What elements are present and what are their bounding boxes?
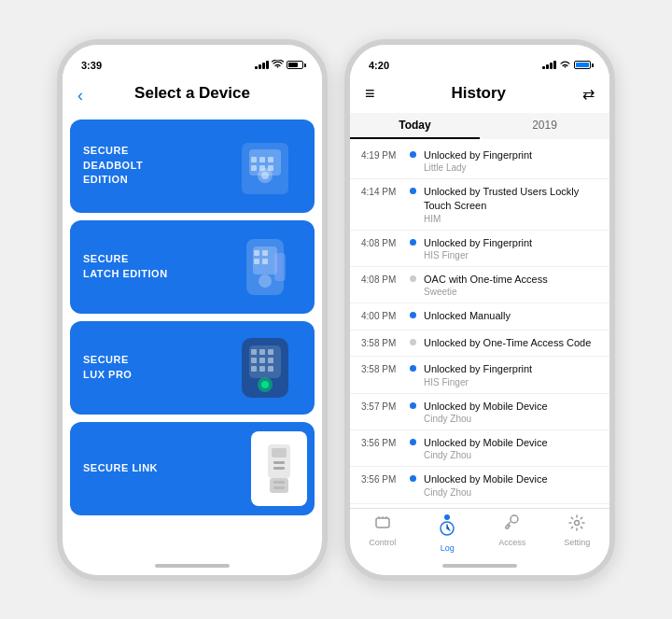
history-sub-1: HIM [424, 214, 598, 224]
history-time-0: 4:19 PM [361, 148, 402, 161]
device-label-latch-2: LATCH EDITION [83, 267, 189, 281]
svg-rect-25 [251, 358, 257, 363]
history-dot-9 [410, 475, 416, 482]
signal-2 [542, 61, 556, 69]
device-text-deadbolt: SECURE DEADBOLT EDITION [70, 131, 203, 200]
svg-rect-30 [268, 366, 273, 372]
svg-rect-16 [262, 259, 268, 264]
history-sub-9: Cindy Zhou [424, 487, 598, 498]
svg-rect-36 [273, 481, 285, 484]
status-bar-2: 4:20 [350, 45, 609, 78]
svg-rect-8 [259, 165, 265, 171]
tab-log[interactable]: Log [415, 514, 481, 553]
history-item: 3:58 PM Unlocked by Fingerprint HIS Fing… [350, 357, 609, 393]
tab-access[interactable]: Access [480, 514, 545, 553]
time-2: 4:20 [369, 60, 389, 71]
battery-1 [287, 61, 303, 69]
device-list: SECURE DEADBOLT EDITION [63, 112, 322, 556]
svg-rect-9 [268, 165, 273, 171]
history-action-4: Unlocked Manually [424, 309, 598, 323]
svg-rect-17 [274, 253, 286, 281]
device-item-lux[interactable]: SECURE LUX PRO [70, 321, 315, 415]
history-dot-6 [410, 365, 416, 372]
svg-rect-4 [251, 157, 257, 162]
lux-image [203, 321, 315, 415]
history-time-1: 4:14 PM [361, 185, 402, 197]
tab-2019[interactable]: 2019 [480, 113, 609, 139]
history-content-1: Unlocked by Trusted Users Lockly Touch S… [424, 185, 598, 224]
battery-fill-1 [288, 63, 298, 67]
device-item-deadbolt[interactable]: SECURE DEADBOLT EDITION [70, 120, 315, 213]
control-label: Control [369, 538, 396, 547]
signal-1 [255, 61, 269, 69]
history-action-7: Unlocked by Mobile Device [424, 400, 598, 414]
history-content-3: OAC with One-time Access Sweetie [424, 273, 598, 297]
svg-rect-26 [259, 358, 265, 363]
history-dot-1 [410, 188, 416, 194]
history-sub-7: Cindy Zhou [424, 414, 598, 424]
history-header: ≡ History ⇄ [350, 78, 609, 113]
history-action-5: Unlocked by One-Time Access Code [424, 336, 598, 350]
history-tabs: Today 2019 [350, 113, 609, 139]
back-button[interactable]: ‹ [77, 85, 83, 105]
device-select-header: ‹ Select a Device [63, 78, 322, 112]
link-svg [260, 441, 298, 497]
svg-point-40 [575, 520, 580, 525]
phones-container: 3:39 ‹ Select a Device [38, 21, 634, 599]
history-time-5: 3:58 PM [361, 336, 402, 348]
tab-today[interactable]: Today [350, 113, 480, 139]
log-label: Log [441, 543, 455, 553]
phone-1: 3:39 ‹ Select a Device [57, 39, 328, 581]
svg-rect-33 [273, 461, 285, 464]
latch-svg [223, 230, 307, 304]
svg-rect-34 [273, 467, 285, 470]
wifi-icon-2 [559, 60, 571, 71]
history-content-6: Unlocked by Fingerprint HIS Finger [424, 362, 598, 387]
status-bar-1: 3:39 [63, 45, 322, 78]
history-item: 3:56 PM Unlocked by Mobile Device Cindy … [350, 430, 609, 467]
svg-rect-37 [273, 486, 285, 489]
filter-icon[interactable]: ⇄ [582, 85, 595, 103]
history-item: 3:56 PM Unlocked by Mobile Device Cindy … [350, 467, 609, 503]
time-1: 3:39 [81, 60, 102, 71]
tab-setting[interactable]: Setting [545, 514, 610, 553]
bar2-2 [546, 64, 549, 69]
device-label-deadbolt-2: DEADBOLT EDITION [83, 159, 189, 188]
device-item-latch[interactable]: SECURE LATCH EDITION [70, 220, 315, 314]
history-item: 4:08 PM OAC with One-time Access Sweetie [350, 267, 609, 303]
setting-label: Setting [564, 538, 590, 547]
svg-rect-7 [251, 165, 257, 171]
svg-rect-28 [251, 366, 257, 372]
svg-rect-24 [268, 349, 273, 355]
history-item: 3:58 PM Unlocked by One-Time Access Code [350, 331, 609, 357]
bottom-bar-2 [350, 556, 609, 575]
device-item-link[interactable]: SECURE LINK [70, 422, 315, 515]
device-text-link: SECURE LINK [70, 448, 203, 488]
access-icon [504, 514, 521, 536]
device-text-latch: SECURE LATCH EDITION [70, 239, 203, 294]
history-item: 4:14 PM Unlocked by Trusted Users Lockly… [350, 179, 609, 231]
history-time-6: 3:58 PM [361, 362, 402, 374]
bar4-2 [553, 61, 556, 69]
svg-point-21 [261, 381, 269, 388]
setting-icon [568, 514, 585, 536]
history-dot-7 [410, 402, 416, 409]
history-time-7: 3:57 PM [361, 400, 402, 412]
deadbolt-svg [223, 129, 307, 204]
history-action-8: Unlocked by Mobile Device [424, 436, 598, 450]
svg-rect-38 [376, 518, 389, 528]
history-action-0: Unlocked by Fingerprint [424, 148, 598, 162]
history-content-8: Unlocked by Mobile Device Cindy Zhou [424, 436, 598, 460]
history-content-9: Unlocked by Mobile Device Cindy Zhou [424, 472, 598, 497]
home-indicator-1 [155, 564, 230, 568]
svg-rect-22 [251, 349, 257, 355]
svg-rect-27 [268, 358, 273, 363]
control-icon [374, 514, 391, 536]
menu-icon[interactable]: ≡ [365, 84, 375, 104]
access-label: Access [498, 538, 525, 547]
svg-rect-32 [272, 448, 287, 457]
phone-2: 4:20 ≡ History ⇄ Today [344, 39, 615, 581]
tab-control[interactable]: Control [350, 514, 415, 553]
tab-bar: Control Log Access Setting [350, 508, 609, 556]
history-sub-8: Cindy Zhou [424, 450, 598, 460]
